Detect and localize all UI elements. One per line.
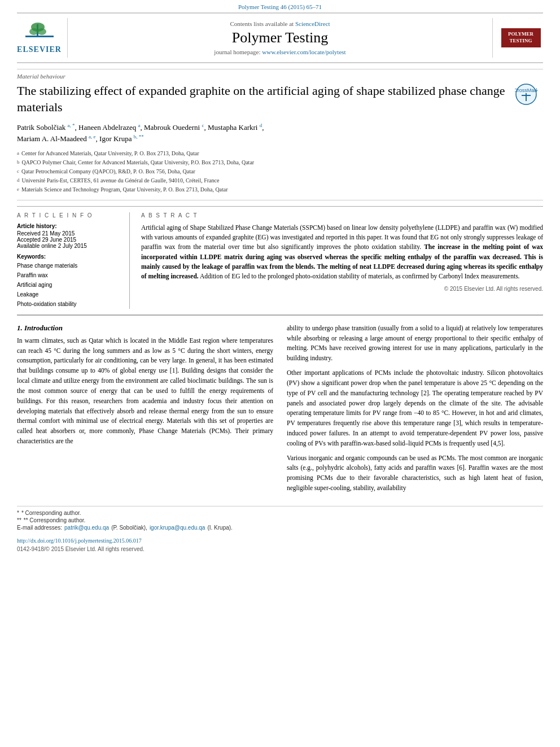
section-label: Material behaviour bbox=[17, 69, 543, 80]
journal-header: ELSEVIER Contents lists available at Sci… bbox=[17, 12, 543, 63]
svg-point-4 bbox=[37, 28, 46, 35]
authors-line: Patrik Sobolčiak a, *, Haneen Abdelrazeq… bbox=[17, 122, 509, 145]
elsevier-tree-icon bbox=[23, 21, 56, 44]
crossmark-icon: CrossMark bbox=[515, 83, 537, 106]
abstract-column: A B S T R A C T Artificial aging of Shap… bbox=[141, 212, 543, 309]
elsevier-logo: ELSEVIER bbox=[17, 21, 62, 54]
copyright-notice: © 2015 Elsevier Ltd. All rights reserved… bbox=[141, 286, 543, 292]
email2-link[interactable]: igor.krupa@qu.edu.qa bbox=[150, 525, 205, 531]
keyword-3: Artificial aging bbox=[17, 280, 123, 290]
abstract-header: A B S T R A C T bbox=[141, 212, 543, 219]
svg-rect-0 bbox=[25, 36, 54, 37]
footnotes: * * Corresponding author. ** ** Correspo… bbox=[17, 506, 543, 535]
available-date: Available online 2 July 2015 bbox=[17, 243, 123, 249]
footnote-star1: * * Corresponding author. bbox=[17, 510, 543, 516]
affiliation-d: d Université Paris-Est, CERTES, 61 avenu… bbox=[17, 176, 543, 185]
affiliations: a Center for Advanced Materials, Qatar U… bbox=[17, 149, 543, 200]
keywords-list: Phase change materials Paraffin wax Arti… bbox=[17, 261, 123, 309]
affiliation-c: c Qatar Petrochemical Company (QAPCO), R… bbox=[17, 167, 543, 176]
elsevier-text: ELSEVIER bbox=[17, 45, 62, 54]
journal-badge-section: POLYMERTESTING bbox=[492, 18, 543, 58]
bottom-info: 0142-9418/© 2015 Elsevier Ltd. All right… bbox=[17, 544, 543, 558]
body-col-left: 1. Introduction In warm climates, such a… bbox=[17, 324, 273, 498]
accepted-date: Accepted 29 June 2015 bbox=[17, 237, 123, 243]
svg-point-3 bbox=[29, 28, 38, 35]
received-date: Received 21 May 2015 bbox=[17, 230, 123, 237]
footnote-emails: E-mail addresses: patrik@qu.edu.qa (P. S… bbox=[17, 525, 543, 531]
keywords-label: Keywords: bbox=[17, 254, 123, 260]
affiliation-a: a Center for Advanced Materials, Qatar U… bbox=[17, 149, 543, 158]
body-col2-text: ability to undergo phase transition (usu… bbox=[287, 324, 543, 493]
article-info-abstract: A R T I C L E I N F O Article history: R… bbox=[17, 206, 543, 309]
email1-link[interactable]: patrik@qu.edu.qa bbox=[64, 525, 109, 531]
article-metadata: Material behaviour The stabilizing effec… bbox=[17, 63, 543, 314]
body-col-right: ability to undergo phase transition (usu… bbox=[287, 324, 543, 498]
journal-reference: Polymer Testing 46 (2015) 65–71 bbox=[0, 0, 560, 12]
article-body: 1. Introduction In warm climates, such a… bbox=[17, 314, 543, 506]
doi-line: http://dx.doi.org/10.1016/j.polymertesti… bbox=[17, 535, 543, 544]
doi-link[interactable]: http://dx.doi.org/10.1016/j.polymertesti… bbox=[17, 538, 142, 544]
article-info-header: A R T I C L E I N F O bbox=[17, 212, 123, 219]
footnote-star2: ** ** Corresponding author. bbox=[17, 517, 543, 523]
keyword-5: Photo-oxidation stability bbox=[17, 299, 123, 309]
article-history-label: Article history: bbox=[17, 223, 123, 229]
svg-text:CrossMark: CrossMark bbox=[515, 88, 537, 93]
body-two-col: 1. Introduction In warm climates, such a… bbox=[17, 324, 543, 498]
body-col1-text: In warm climates, such as Qatar which is… bbox=[17, 336, 273, 447]
elsevier-logo-section: ELSEVIER bbox=[17, 18, 68, 58]
sciencedirect-link[interactable]: ScienceDirect bbox=[295, 20, 330, 27]
section1-title: 1. Introduction bbox=[17, 324, 273, 333]
sciencedirect-label: Contents lists available at ScienceDirec… bbox=[73, 20, 487, 27]
affiliation-e: e Materials Science and Technology Progr… bbox=[17, 185, 543, 194]
keyword-1: Phase change materials bbox=[17, 261, 123, 270]
keyword-2: Paraffin wax bbox=[17, 270, 123, 280]
article-info-column: A R T I C L E I N F O Article history: R… bbox=[17, 212, 130, 309]
affiliation-b: b QAPCO Polymer Chair, Center for Advanc… bbox=[17, 158, 543, 167]
homepage-link[interactable]: www.elsevier.com/locate/polytest bbox=[262, 49, 345, 55]
polymer-testing-badge: POLYMERTESTING bbox=[501, 28, 541, 47]
journal-name-section: Contents lists available at ScienceDirec… bbox=[68, 18, 492, 58]
keyword-4: Leakage bbox=[17, 290, 123, 299]
article-title: The stabilizing effect of expanded graph… bbox=[17, 83, 509, 115]
journal-title: Polymer Testing bbox=[73, 29, 487, 46]
abstract-text: Artificial aging of Shape Stabilized Pha… bbox=[141, 223, 543, 282]
crossmark-section: CrossMark bbox=[515, 83, 543, 108]
homepage-line: journal homepage: www.elsevier.com/locat… bbox=[73, 49, 487, 55]
